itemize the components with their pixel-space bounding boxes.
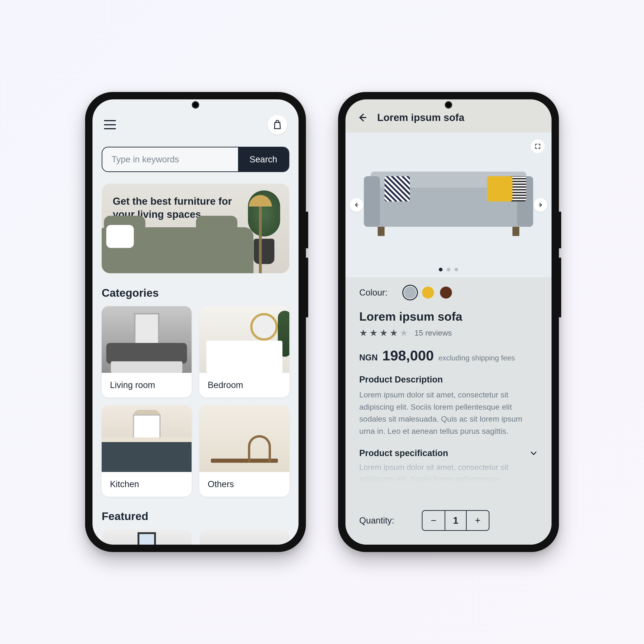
gallery-dot[interactable]: [439, 268, 443, 271]
colour-swatch[interactable]: [404, 287, 416, 299]
spec-heading: Product specification: [359, 448, 448, 458]
colour-swatch[interactable]: [422, 287, 434, 299]
description-heading: Product Description: [359, 375, 538, 385]
expand-button[interactable]: [531, 139, 545, 153]
qty-decrease[interactable]: −: [423, 511, 445, 530]
back-icon[interactable]: [357, 112, 367, 123]
gallery-next[interactable]: [534, 198, 547, 212]
star-icon: ★: [359, 328, 368, 338]
product-image: [364, 160, 533, 236]
menu-icon[interactable]: [104, 120, 116, 129]
search-input[interactable]: Type in keywords: [102, 147, 238, 171]
rating: ★ ★ ★ ★ ★ 15 reviews: [359, 328, 538, 338]
star-icon: ★: [390, 328, 398, 338]
spec-preview: Lorem ipsum dolor sit amet, consectetur …: [359, 461, 538, 485]
product-gallery: [345, 132, 552, 277]
reviews-count[interactable]: 15 reviews: [414, 328, 452, 337]
quantity-stepper: − 1 +: [422, 510, 489, 531]
featured-item[interactable]: [102, 529, 192, 545]
category-bedroom[interactable]: Bedroom: [199, 306, 289, 397]
shipping-note: excluding shipping fees: [438, 354, 515, 362]
star-icon: ★: [369, 328, 378, 338]
featured-heading: Featured: [102, 510, 289, 523]
category-label: Living room: [102, 373, 192, 397]
qty-increase[interactable]: +: [467, 511, 489, 530]
category-label: Others: [199, 472, 289, 497]
category-label: Kitchen: [102, 472, 192, 497]
product-name: Lorem ipsum sofa: [359, 310, 538, 323]
price: 198,000: [382, 347, 434, 364]
category-kitchen[interactable]: Kitchen: [102, 405, 192, 497]
promo-banner[interactable]: Get the best furniture for your living s…: [102, 184, 289, 273]
colour-swatch[interactable]: [440, 287, 452, 299]
gallery-prev[interactable]: [350, 198, 363, 212]
bag-icon: [273, 120, 282, 130]
page-title: Lorem ipsum sofa: [377, 112, 464, 123]
star-icon: ★: [400, 328, 408, 338]
currency: NGN: [359, 353, 378, 362]
star-icon: ★: [379, 328, 388, 338]
spec-toggle[interactable]: Product specification: [359, 448, 538, 458]
expand-icon: [535, 143, 541, 149]
colour-label: Colour:: [359, 288, 388, 298]
featured-item[interactable]: [199, 529, 289, 545]
search-bar: Type in keywords Search: [102, 147, 289, 172]
product-header: Lorem ipsum sofa: [345, 99, 552, 132]
chevron-right-icon: [538, 202, 543, 208]
qty-value: 1: [445, 511, 467, 530]
gallery-dot[interactable]: [454, 268, 458, 271]
quantity-label: Quantity:: [359, 516, 394, 526]
chevron-left-icon: [354, 202, 359, 208]
gallery-dots: [345, 268, 552, 271]
cart-button[interactable]: [268, 115, 287, 134]
chevron-down-icon: [529, 449, 538, 457]
search-button[interactable]: Search: [238, 147, 289, 171]
categories-heading: Categories: [102, 287, 289, 299]
category-living-room[interactable]: Living room: [102, 306, 192, 397]
category-label: Bedroom: [199, 373, 289, 397]
description-text: Lorem ipsum dolor sit amet, consectetur …: [359, 389, 538, 437]
gallery-dot[interactable]: [447, 268, 450, 271]
category-others[interactable]: Others: [199, 405, 289, 497]
